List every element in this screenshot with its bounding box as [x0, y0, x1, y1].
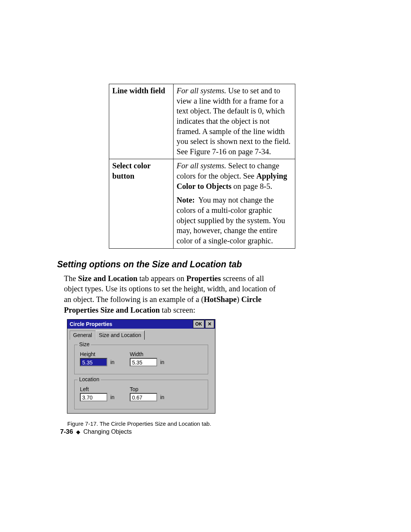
- figure-caption: Figure 7-17. The Circle Properties Size …: [65, 420, 213, 427]
- row1-italic-lead: For all systems.: [177, 86, 226, 95]
- left-label: Left: [80, 386, 115, 392]
- row1-text: Use to set and to view a line width for …: [177, 86, 290, 156]
- width-label: Width: [130, 351, 164, 357]
- para-t5: tab screen:: [160, 306, 195, 314]
- row2-desc: For all systems. Select to change colors…: [174, 159, 295, 248]
- row1-label: Line width field: [109, 84, 174, 159]
- height-unit: in: [110, 359, 115, 365]
- circle-properties-dialog: Circle Properties OK × General Size and …: [67, 319, 215, 414]
- location-group: Location Left 3.70 in Top 0.67 in: [74, 380, 208, 409]
- para-t2: tab appears on: [137, 274, 186, 283]
- width-input[interactable]: 5.35: [130, 358, 157, 366]
- para-b3: HotShape: [204, 295, 237, 304]
- para-t4: ): [237, 295, 241, 304]
- section-heading: Setting options on the Size and Location…: [57, 259, 324, 270]
- ok-button[interactable]: OK: [193, 320, 204, 328]
- diamond-icon: ◆: [76, 429, 80, 435]
- tab-general[interactable]: General: [70, 331, 96, 340]
- size-legend: Size: [78, 341, 91, 347]
- location-legend: Location: [78, 376, 101, 382]
- size-group: Size Height 5.35 in Width 5.35 in: [74, 345, 208, 374]
- row2-label: Select color button: [109, 159, 174, 248]
- para-t1: The: [64, 274, 78, 283]
- top-unit: in: [160, 394, 164, 400]
- para-b2: Properties: [186, 274, 221, 283]
- page-number: 7-36: [60, 428, 73, 436]
- dialog-title: Circle Properties: [70, 320, 112, 329]
- left-input[interactable]: 3.70: [80, 393, 107, 401]
- height-input[interactable]: 5.35: [80, 358, 107, 366]
- row1-desc: For all systems. Use to set and to view …: [174, 84, 295, 159]
- tab-size-location[interactable]: Size and Location: [96, 331, 145, 340]
- left-unit: in: [110, 394, 115, 400]
- row2-note: Note: You may not change the colors of a…: [177, 195, 292, 246]
- row2-italic-lead: For all systems.: [177, 161, 226, 170]
- close-button[interactable]: ×: [205, 320, 214, 328]
- page-footer: 7-36 ◆ Changing Objects: [60, 428, 132, 436]
- row2-text2: on page 8-5.: [231, 182, 272, 190]
- width-unit: in: [160, 359, 164, 365]
- top-label: Top: [130, 386, 164, 392]
- properties-table: Line width field For all systems. Use to…: [109, 84, 295, 249]
- para-b1: Size and Location: [78, 274, 137, 283]
- note-label: Note:: [177, 196, 195, 204]
- body-paragraph: The Size and Location tab appears on Pro…: [64, 273, 277, 316]
- chapter-name: Changing Objects: [83, 428, 132, 435]
- tabstrip: General Size and Location: [70, 330, 215, 339]
- top-input[interactable]: 0.67: [130, 393, 157, 401]
- dialog-titlebar: Circle Properties OK ×: [67, 320, 215, 329]
- height-label: Height: [80, 351, 115, 357]
